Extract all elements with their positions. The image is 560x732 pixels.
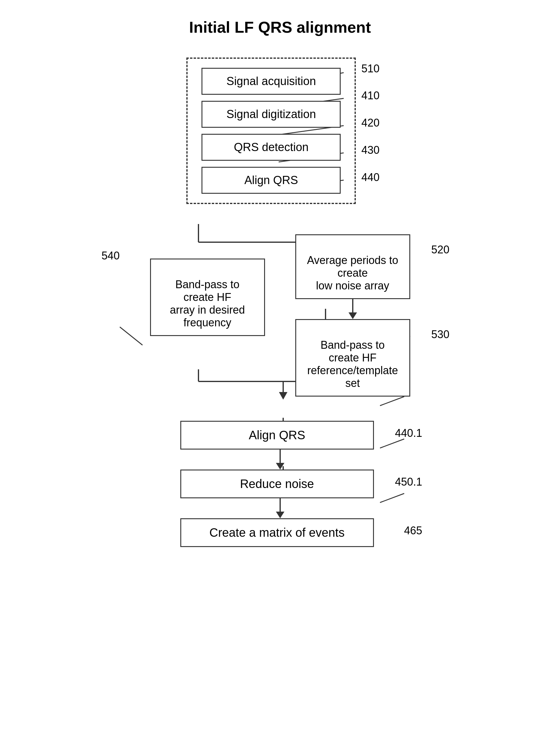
label-520: 520 [431,243,449,256]
qrs-detection-box: QRS detection [201,134,341,161]
label-530: 530 [431,328,449,341]
bandpass-hf-array-box: Band-pass to create HF array in desired … [150,258,265,336]
average-periods-box: Average periods to create low noise arra… [295,234,410,299]
label-465: 465 [404,524,422,537]
align-qrs-initial-box: Align QRS [201,167,341,194]
arrow-avg-to-bp [349,299,357,319]
create-matrix-box: Create a matrix of events [180,518,374,547]
label-510: 510 [361,62,379,75]
label-540: 540 [102,249,120,262]
label-430: 430 [361,144,379,156]
signal-acquisition-box: Signal acquisition [201,68,341,95]
align-qrs-2-box: Align QRS [180,421,374,450]
label-440: 440 [361,171,379,184]
label-450-1: 450.1 [395,476,422,488]
dashed-group-box: Signal acquisition Signal digitization Q… [186,57,356,204]
arrow-reduce-to-matrix [276,498,284,518]
bandpass-hf-ref-box: Band-pass to create HF reference/templat… [295,319,410,397]
diagram-container: Initial LF QRS alignment [99,18,462,714]
label-410: 410 [361,89,379,102]
signal-digitization-box: Signal digitization [201,101,341,128]
label-420: 420 [361,116,379,129]
label-440-1: 440.1 [395,427,422,440]
page-title: Initial LF QRS alignment [189,18,371,36]
arrow-align-to-reduce [276,450,284,470]
reduce-noise-box: Reduce noise [180,470,374,498]
main-section: Signal acquisition Signal digitization Q… [114,54,447,547]
